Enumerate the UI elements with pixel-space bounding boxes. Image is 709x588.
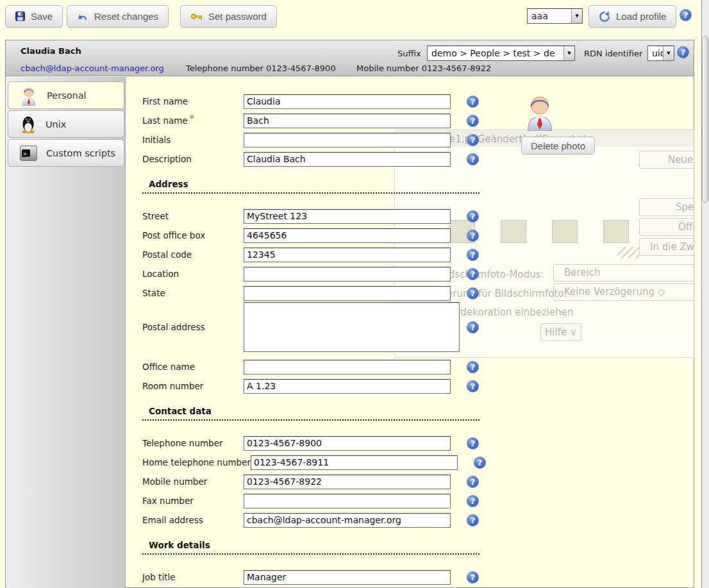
account-email-link[interactable]: cbach@ldap-account-manager.org (21, 63, 164, 73)
header-help-icon[interactable]: ? (677, 46, 689, 58)
rdn-select-value: uid (648, 48, 663, 58)
delete-photo-button[interactable]: Delete photo (521, 137, 595, 155)
state-input[interactable] (244, 286, 451, 301)
help-icon[interactable]: ? (467, 361, 479, 373)
help-icon[interactable]: ? (467, 514, 479, 526)
form-row: Postal address ? (142, 301, 479, 353)
help-icon[interactable]: ? (467, 287, 479, 299)
mobile-number-label: Mobile number (142, 476, 244, 487)
toolbar-help-icon[interactable]: ? (680, 9, 692, 21)
key-icon (190, 12, 203, 21)
form-row: Description ? (142, 151, 479, 167)
home-telephone-input[interactable] (251, 455, 458, 470)
initials-input[interactable] (244, 133, 451, 147)
account-telephone: Telephone number 0123-4567-8900 (186, 63, 336, 73)
rdn-identifier-label: RDN identifier (584, 49, 642, 58)
user-photo[interactable] (523, 91, 556, 133)
form-row: Home telephone number ? (142, 455, 486, 470)
first-name-label: First name (142, 96, 244, 106)
help-icon[interactable]: ? (467, 268, 479, 280)
tux-penguin-icon (20, 114, 37, 134)
initials-label: Initials (142, 135, 244, 145)
help-icon[interactable]: ? (467, 249, 479, 261)
suffix-select[interactable]: demo > People > test > de ▼ (427, 46, 575, 61)
tab-custom-scripts[interactable]: >_ Custom scripts (8, 139, 124, 167)
description-input[interactable] (244, 152, 451, 167)
room-number-input[interactable] (244, 379, 451, 394)
office-name-input[interactable] (244, 360, 451, 374)
form-row: Last name* ? (142, 113, 479, 128)
account-name: Claudia Bach (21, 46, 81, 56)
mobile-number-input[interactable] (244, 475, 451, 489)
help-icon[interactable]: ? (467, 153, 479, 165)
last-name-input[interactable] (244, 113, 451, 128)
postal-code-input[interactable] (244, 248, 451, 262)
undo-icon (77, 12, 88, 21)
reset-changes-label: Reset changes (94, 11, 158, 22)
last-name-label: Last name* (142, 115, 244, 126)
set-password-label: Set password (208, 11, 267, 22)
location-label: Location (142, 269, 244, 279)
help-icon[interactable]: ? (467, 230, 479, 242)
person-photo-icon (523, 91, 556, 131)
fax-number-input[interactable] (244, 494, 451, 508)
section-heading-work-details: Work details (142, 540, 480, 555)
save-icon (15, 12, 25, 21)
profile-select[interactable]: aaa ▼ (527, 8, 583, 24)
load-profile-button[interactable]: Load profile (588, 5, 676, 28)
suffix-select-value: demo > People > test > de (428, 48, 563, 58)
help-icon[interactable]: ? (467, 380, 479, 392)
office-name-label: Office name (142, 362, 244, 372)
save-button[interactable]: Save (5, 5, 63, 28)
form-row: Post office box ? (142, 228, 479, 243)
help-icon[interactable]: ? (467, 321, 479, 333)
form-row: Office name ? (142, 359, 479, 374)
email-address-label: Email address (142, 515, 244, 525)
email-address-input[interactable] (244, 513, 451, 528)
tab-custom-scripts-label: Custom scripts (46, 148, 115, 158)
delete-photo-label: Delete photo (531, 140, 585, 151)
help-icon[interactable]: ? (474, 457, 486, 469)
form-row: Mobile number ? (142, 474, 479, 489)
help-icon[interactable]: ? (467, 210, 479, 223)
tab-personal[interactable]: Personal (8, 81, 124, 109)
rdn-identifier-select[interactable]: uid ▼ (647, 46, 674, 61)
help-icon[interactable]: ? (467, 571, 479, 584)
job-title-input[interactable] (244, 570, 451, 585)
scrollbar-thumb[interactable] (702, 36, 708, 203)
help-icon[interactable]: ? (467, 96, 479, 108)
tab-unix-label: Unix (46, 119, 66, 130)
tab-unix[interactable]: Unix (8, 110, 124, 138)
form-row: Telephone number ? (142, 435, 479, 451)
state-label: State (142, 288, 244, 298)
form-row: Street ? (142, 208, 479, 224)
help-icon[interactable]: ? (467, 476, 479, 488)
chevron-down-icon: ▼ (663, 46, 674, 60)
help-icon[interactable]: ? (467, 495, 479, 507)
postal-code-label: Postal code (142, 249, 244, 260)
profile-select-value: aaa (528, 11, 571, 21)
help-icon[interactable]: ? (467, 134, 479, 146)
lam-account-page: Save Reset changes Set password aaa ▼ Lo… (0, 0, 709, 588)
street-input[interactable] (244, 209, 451, 224)
first-name-input[interactable] (244, 94, 451, 109)
set-password-button[interactable]: Set password (180, 5, 277, 28)
save-label: Save (31, 11, 53, 22)
terminal-icon: >_ (20, 146, 37, 161)
help-icon[interactable]: ? (467, 115, 479, 127)
help-icon[interactable]: ? (467, 437, 479, 449)
reset-changes-button[interactable]: Reset changes (67, 5, 169, 28)
load-profile-label: Load profile (616, 11, 666, 22)
section-heading-address: Address (142, 179, 480, 194)
job-title-label: Job title (142, 572, 244, 582)
telephone-number-input[interactable] (244, 436, 451, 451)
form-row: First name ? (142, 94, 479, 109)
street-label: Street (142, 211, 244, 221)
form-row: Job title ? (142, 569, 479, 585)
suffix-label: Suffix (397, 49, 421, 58)
room-number-label: Room number (142, 381, 244, 391)
post-office-box-input[interactable] (244, 228, 451, 243)
chevron-down-icon: ▼ (563, 46, 574, 60)
postal-address-textarea[interactable] (244, 302, 460, 352)
location-input[interactable] (244, 267, 451, 281)
